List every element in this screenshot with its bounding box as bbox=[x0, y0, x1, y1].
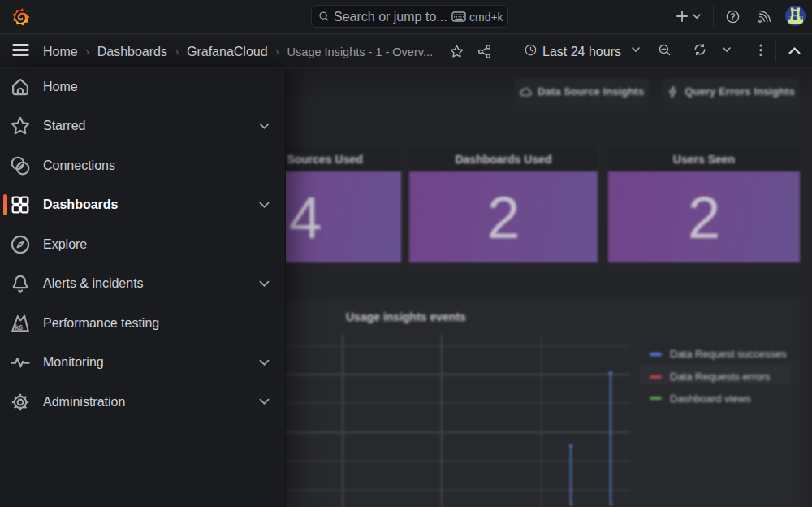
svg-text:k6: k6 bbox=[15, 323, 24, 331]
